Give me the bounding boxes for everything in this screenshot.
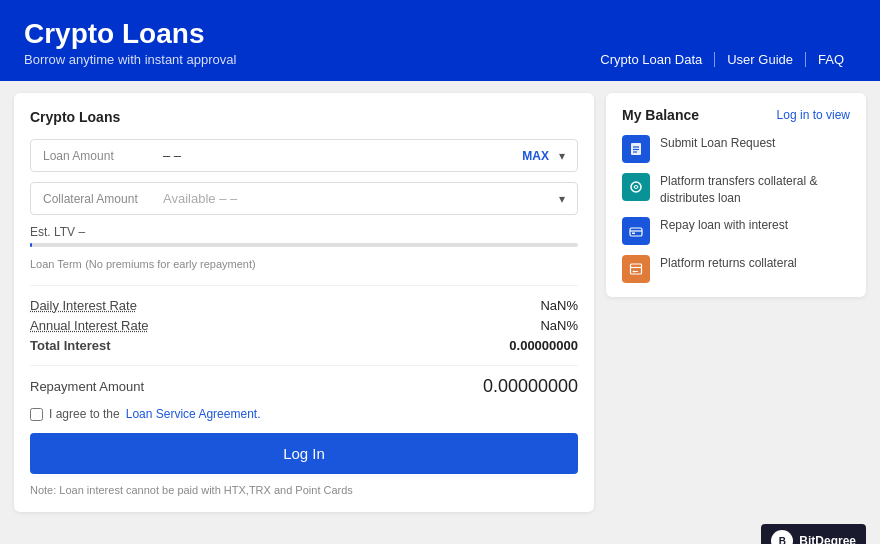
collateral-chevron-icon: ▾: [559, 192, 565, 206]
bitdegree-text: BitDegree: [799, 534, 856, 544]
annual-interest-value: NaN%: [540, 318, 578, 333]
loan-term-section: Loan Term (No premiums for early repayme…: [30, 257, 578, 271]
loan-term-note: (No premiums for early repayment): [85, 258, 256, 270]
rates-section: Daily Interest Rate NaN% Annual Interest…: [30, 285, 578, 353]
ltv-section: Est. LTV –: [30, 225, 578, 247]
nav-user-guide[interactable]: User Guide: [715, 52, 806, 67]
daily-interest-value: NaN%: [540, 298, 578, 313]
balance-title: My Balance: [622, 107, 699, 123]
total-interest-label: Total Interest: [30, 338, 111, 353]
step-platform-transfer: Platform transfers collateral & distribu…: [622, 173, 850, 207]
step-repay-text: Repay loan with interest: [660, 217, 788, 234]
svg-rect-8: [631, 264, 642, 274]
transfer-icon: [622, 173, 650, 201]
ltv-label: Est. LTV –: [30, 225, 578, 239]
annual-interest-label: Annual Interest Rate: [30, 318, 149, 333]
steps-list: Submit Loan Request Platform transfers c…: [622, 135, 850, 283]
agreement-checkbox-row: I agree to the Loan Service Agreement.: [30, 407, 578, 421]
step-return: Platform returns collateral: [622, 255, 850, 283]
agreement-link[interactable]: Loan Service Agreement.: [126, 407, 261, 421]
balance-header: My Balance Log in to view: [622, 107, 850, 123]
left-panel-title: Crypto Loans: [30, 109, 578, 125]
daily-interest-label: Daily Interest Rate: [30, 298, 137, 313]
svg-rect-7: [632, 232, 635, 234]
step-transfer-text: Platform transfers collateral & distribu…: [660, 173, 850, 207]
svg-point-4: [631, 182, 641, 192]
nav-faq[interactable]: FAQ: [806, 52, 856, 67]
right-panel: My Balance Log in to view Submit Loan Re…: [606, 93, 866, 512]
total-interest-value: 0.00000000: [509, 338, 578, 353]
login-button[interactable]: Log In: [30, 433, 578, 474]
agreement-checkbox[interactable]: [30, 408, 43, 421]
loan-amount-row: Loan Amount – – MAX ▾: [30, 139, 578, 172]
repayment-value: 0.00000000: [483, 376, 578, 397]
chevron-down-icon: ▾: [559, 149, 565, 163]
note-text: Note: Loan interest cannot be paid with …: [30, 484, 578, 496]
loan-amount-value: – –: [163, 148, 522, 163]
step-repay: Repay loan with interest: [622, 217, 850, 245]
collateral-placeholder: Available – –: [163, 191, 559, 206]
page-subtitle: Borrow anytime with instant approval: [24, 52, 236, 67]
submit-icon: [622, 135, 650, 163]
repayment-row: Repayment Amount 0.00000000: [30, 365, 578, 397]
balance-card: My Balance Log in to view Submit Loan Re…: [606, 93, 866, 297]
bitdegree-badge: B BitDegree: [761, 524, 866, 544]
repay-icon: [622, 217, 650, 245]
loan-term-label: Loan Term (No premiums for early repayme…: [30, 257, 578, 271]
ltv-bar-fill: [30, 243, 32, 247]
header-nav: Crypto Loan Data User Guide FAQ: [588, 52, 856, 67]
step-submit-text: Submit Loan Request: [660, 135, 775, 152]
step-submit: Submit Loan Request: [622, 135, 850, 163]
page-title: Crypto Loans: [24, 18, 236, 50]
bottom-area: B BitDegree: [0, 524, 880, 544]
main-content: Crypto Loans Loan Amount – – MAX ▾ Colla…: [0, 81, 880, 524]
return-icon: [622, 255, 650, 283]
step-return-text: Platform returns collateral: [660, 255, 797, 272]
annual-interest-row: Annual Interest Rate NaN%: [30, 318, 578, 333]
repayment-label: Repayment Amount: [30, 379, 144, 394]
nav-crypto-loan-data[interactable]: Crypto Loan Data: [588, 52, 715, 67]
header-left: Crypto Loans Borrow anytime with instant…: [24, 18, 236, 67]
header: Crypto Loans Borrow anytime with instant…: [0, 0, 880, 81]
ltv-bar: [30, 243, 578, 247]
agreement-text: I agree to the: [49, 407, 120, 421]
loan-amount-select[interactable]: Loan Amount – – MAX ▾: [30, 139, 578, 172]
collateral-amount-select[interactable]: Collateral Amount Available – – ▾: [30, 182, 578, 215]
total-interest-row: Total Interest 0.00000000: [30, 338, 578, 353]
daily-interest-row: Daily Interest Rate NaN%: [30, 298, 578, 313]
collateral-amount-row: Collateral Amount Available – – ▾: [30, 182, 578, 215]
balance-login-link[interactable]: Log in to view: [777, 108, 850, 122]
collateral-label: Collateral Amount: [43, 192, 163, 206]
loan-amount-label: Loan Amount: [43, 149, 163, 163]
bitdegree-logo: B: [771, 530, 793, 544]
left-panel: Crypto Loans Loan Amount – – MAX ▾ Colla…: [14, 93, 594, 512]
loan-amount-max[interactable]: MAX: [522, 149, 549, 163]
svg-rect-5: [630, 228, 642, 236]
